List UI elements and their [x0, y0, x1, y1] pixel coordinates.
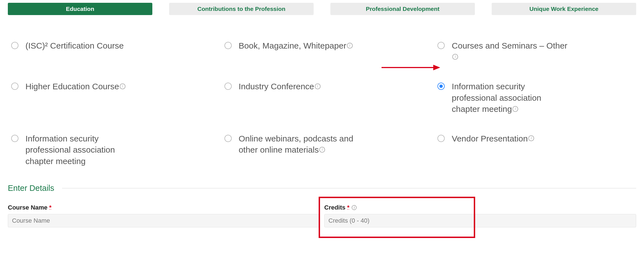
required-indicator: *: [347, 206, 350, 210]
option-courses-seminars-other[interactable]: Courses and Seminars – Otheri: [434, 40, 636, 63]
credits-group: Credits * i: [324, 204, 636, 227]
option-label: (ISC)² Certification Course: [25, 40, 124, 52]
radio-button[interactable]: [11, 42, 18, 49]
tab-unique-work-experience[interactable]: Unique Work Experience: [492, 3, 636, 15]
required-indicator: *: [49, 206, 52, 210]
credits-label: Credits * i: [324, 204, 636, 211]
option-isc2-certification-course[interactable]: (ISC)² Certification Course: [8, 40, 210, 63]
radio-button[interactable]: [224, 83, 232, 90]
radio-button[interactable]: [224, 42, 232, 49]
option-label: Online webinars, podcasts and other onli…: [239, 133, 356, 156]
enter-details-header: Enter Details: [8, 184, 636, 193]
activity-type-options: (ISC)² Certification Course Book, Magazi…: [8, 40, 636, 167]
option-infosec-chapter-meeting[interactable]: Information security professional associ…: [8, 133, 210, 167]
tab-contributions[interactable]: Contributions to the Profession: [169, 3, 314, 15]
option-industry-conference[interactable]: Industry Conferencei: [221, 81, 423, 115]
option-label: Book, Magazine, Whitepaperi: [239, 40, 353, 52]
info-icon[interactable]: i: [452, 54, 458, 60]
option-infosec-chapter-meeting-selected[interactable]: Information security professional associ…: [434, 81, 636, 115]
details-form-row: Course Name * Credits * i: [8, 204, 636, 227]
info-icon[interactable]: i: [352, 205, 357, 210]
option-online-webinars-podcasts[interactable]: Online webinars, podcasts and other onli…: [221, 133, 423, 167]
arrow-annotation-icon: [380, 62, 442, 73]
section-title: Enter Details: [8, 184, 62, 193]
category-tabs: Education Contributions to the Professio…: [8, 3, 636, 15]
tab-education[interactable]: Education: [8, 3, 152, 15]
info-icon[interactable]: i: [512, 106, 518, 112]
info-icon[interactable]: i: [319, 147, 325, 153]
option-label: Vendor Presentationi: [452, 133, 534, 145]
credits-input[interactable]: [324, 214, 636, 227]
radio-button[interactable]: [224, 135, 232, 142]
info-icon[interactable]: i: [315, 83, 321, 89]
radio-button[interactable]: [437, 42, 445, 49]
radio-button[interactable]: [11, 135, 18, 142]
option-label: Courses and Seminars – Otheri: [452, 40, 569, 63]
section-divider: [62, 188, 636, 188]
info-icon[interactable]: i: [120, 83, 126, 89]
option-label: Information security professional associ…: [25, 133, 143, 167]
option-label: Higher Education Coursei: [25, 81, 126, 92]
info-icon[interactable]: i: [347, 43, 353, 49]
option-label: Industry Conferencei: [239, 81, 321, 92]
option-book-magazine-whitepaper[interactable]: Book, Magazine, Whitepaperi: [221, 40, 423, 63]
radio-button[interactable]: [437, 135, 445, 142]
option-vendor-presentation[interactable]: Vendor Presentationi: [434, 133, 636, 167]
info-icon[interactable]: i: [528, 135, 534, 141]
radio-button[interactable]: [437, 83, 445, 90]
course-name-group: Course Name *: [8, 204, 320, 227]
option-higher-education-course[interactable]: Higher Education Coursei: [8, 81, 210, 115]
tab-professional-development[interactable]: Professional Development: [330, 3, 475, 15]
radio-button[interactable]: [11, 83, 18, 90]
option-label: Information security professional associ…: [452, 81, 569, 115]
course-name-label: Course Name *: [8, 204, 320, 211]
course-name-input[interactable]: [8, 214, 320, 227]
svg-marker-1: [433, 65, 440, 70]
